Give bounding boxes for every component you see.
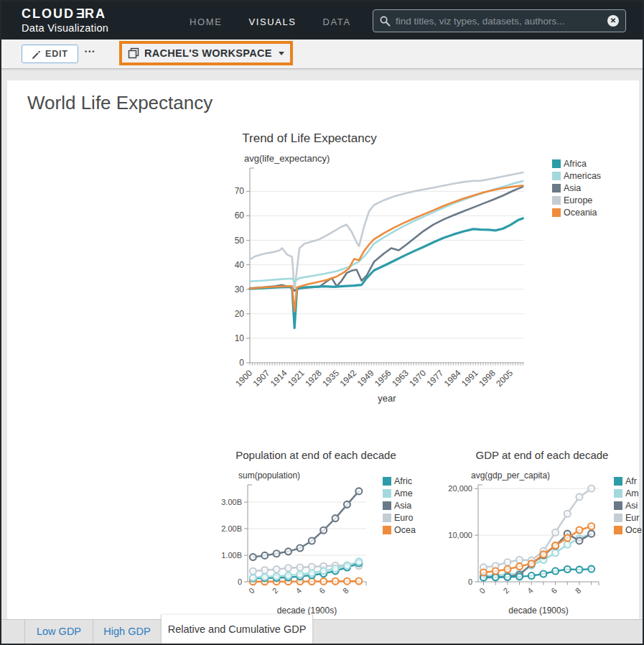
sheet-tabbar: Low GDP High GDP Relative and Cumulative… xyxy=(1,619,643,644)
legend-swatch xyxy=(383,477,391,486)
tab-relative-cumulative-gdp[interactable]: Relative and Cumulative GDP xyxy=(161,615,313,644)
app-window: CLOUDERA Data Visualization HOME VISUALS… xyxy=(0,0,644,645)
legend-item-oceania[interactable]: Oceania xyxy=(552,206,601,218)
legend-item-africa[interactable]: Afr xyxy=(614,475,643,487)
svg-text:0: 0 xyxy=(468,577,472,586)
legend-swatch xyxy=(552,159,561,168)
svg-text:0: 0 xyxy=(238,577,242,586)
search-icon xyxy=(380,16,391,27)
svg-text:6: 6 xyxy=(317,586,327,595)
chevron-down-icon xyxy=(279,52,284,55)
trend-chart-block: 0102030405060701900190719141921192819351… xyxy=(210,146,639,406)
dashboard-card: World Life Expectancy Trend of Life Expe… xyxy=(7,80,639,622)
svg-text:60: 60 xyxy=(235,210,245,221)
legend-label: Am xyxy=(625,488,639,498)
gdp-chart-block: GDP at end of each decade 010,00020,0000… xyxy=(441,449,643,618)
legend-item-oceania[interactable]: Oce xyxy=(614,524,643,536)
edit-button-label: EDIT xyxy=(45,49,68,59)
legend-label: Euro xyxy=(394,513,413,523)
population-chart-legend: AfricAmeAsiaEuroOcea xyxy=(383,475,420,618)
clear-search-icon[interactable]: ✕ xyxy=(607,15,619,27)
legend-label: Afr xyxy=(625,476,637,486)
legend-item-asia[interactable]: Asi xyxy=(614,499,643,511)
legend-item-europe[interactable]: Europe xyxy=(552,194,601,206)
svg-text:1.00B: 1.00B xyxy=(221,551,242,560)
legend-swatch xyxy=(614,489,622,498)
legend-item-americas[interactable]: Am xyxy=(614,487,643,499)
svg-text:1900: 1900 xyxy=(233,368,254,389)
nav-item-data[interactable]: DATA xyxy=(323,17,351,27)
gdp-chart-legend: AfrAmAsiEurOce xyxy=(614,475,643,618)
workspace-highlight-annotation: RACHEL'S WORKSPACE xyxy=(119,41,293,65)
svg-text:20: 20 xyxy=(235,309,245,319)
more-actions-button[interactable]: ••• xyxy=(85,48,95,55)
legend-swatch xyxy=(614,514,622,522)
svg-text:0: 0 xyxy=(477,586,487,595)
legend-swatch xyxy=(614,501,622,510)
svg-text:10: 10 xyxy=(235,333,245,343)
svg-text:3.00B: 3.00B xyxy=(221,498,242,506)
svg-text:year: year xyxy=(378,393,396,404)
logo-subtitle: Data Visualization xyxy=(22,22,108,34)
legend-item-europe[interactable]: Eur xyxy=(614,511,643,524)
svg-text:1998: 1998 xyxy=(477,368,498,389)
legend-swatch xyxy=(383,514,391,522)
legend-item-oceania[interactable]: Ocea xyxy=(383,524,420,536)
population-chart[interactable]: 01.00B2.00B3.00B02468sum(population)deca… xyxy=(212,461,377,618)
svg-text:0: 0 xyxy=(247,586,256,595)
legend-swatch xyxy=(383,489,391,498)
svg-text:1907: 1907 xyxy=(251,368,272,389)
svg-text:decade (1900s): decade (1900s) xyxy=(277,605,337,616)
legend-label: Afric xyxy=(394,476,412,486)
svg-text:decade (1900s): decade (1900s) xyxy=(508,605,568,616)
search-box[interactable]: ✕ xyxy=(373,9,626,32)
legend-item-africa[interactable]: Afric xyxy=(383,475,420,487)
legend-swatch xyxy=(383,501,391,510)
legend-label: Africa xyxy=(564,159,587,169)
legend-item-americas[interactable]: Americas xyxy=(552,170,601,182)
trend-chart-legend: AfricaAmericasAsiaEuropeOceania xyxy=(552,157,601,406)
svg-text:20,000: 20,000 xyxy=(448,484,472,493)
legend-label: Oce xyxy=(625,525,642,535)
main-nav: HOME VISUALS DATA xyxy=(190,17,351,27)
legend-label: Eur xyxy=(625,513,639,523)
gdp-chart-title: GDP at end of each decade xyxy=(441,449,643,461)
page-title: World Life Expectancy xyxy=(7,80,639,114)
search-input[interactable] xyxy=(396,16,607,27)
legend-swatch xyxy=(552,172,561,180)
legend-swatch xyxy=(383,526,391,534)
logo-wordmark: CLOUDERA xyxy=(22,6,108,22)
population-chart-title: Population at end of each decade xyxy=(212,449,420,461)
legend-label: Ocea xyxy=(394,525,416,535)
svg-text:1914: 1914 xyxy=(269,368,289,389)
legend-item-europe[interactable]: Euro xyxy=(383,511,420,524)
svg-text:sum(population): sum(population) xyxy=(238,470,300,481)
nav-item-home[interactable]: HOME xyxy=(190,17,222,27)
nav-item-visuals[interactable]: VISUALS xyxy=(248,17,296,27)
legend-item-asia[interactable]: Asia xyxy=(552,182,601,194)
svg-text:8: 8 xyxy=(341,586,350,595)
gdp-chart[interactable]: 010,00020,00002468avg(gdp_per_capita)dec… xyxy=(441,461,610,618)
legend-item-asia[interactable]: Asia xyxy=(383,499,420,511)
svg-text:1949: 1949 xyxy=(355,368,376,389)
trend-chart[interactable]: 0102030405060701900190719141921192819351… xyxy=(210,146,542,406)
svg-text:1963: 1963 xyxy=(390,368,411,389)
svg-text:1942: 1942 xyxy=(338,368,359,389)
legend-item-africa[interactable]: Africa xyxy=(552,157,601,170)
legend-swatch xyxy=(552,196,561,205)
legend-item-americas[interactable]: Ame xyxy=(383,487,420,499)
svg-text:50: 50 xyxy=(235,236,245,246)
tab-high-gdp[interactable]: High GDP xyxy=(93,619,161,644)
svg-text:1970: 1970 xyxy=(407,368,428,389)
edit-button[interactable]: EDIT xyxy=(22,45,78,63)
svg-text:0: 0 xyxy=(239,358,244,368)
cloudera-logo[interactable]: CLOUDERA Data Visualization xyxy=(22,6,108,34)
legend-label: Asi xyxy=(625,501,638,511)
legend-label: Asia xyxy=(394,501,411,511)
legend-swatch xyxy=(552,184,561,192)
legend-swatch xyxy=(614,526,622,534)
svg-text:1921: 1921 xyxy=(286,368,307,389)
tab-low-gdp[interactable]: Low GDP xyxy=(24,619,93,644)
workspace-dropdown-button[interactable]: RACHEL'S WORKSPACE xyxy=(126,46,286,60)
legend-label: Oceania xyxy=(564,208,597,218)
